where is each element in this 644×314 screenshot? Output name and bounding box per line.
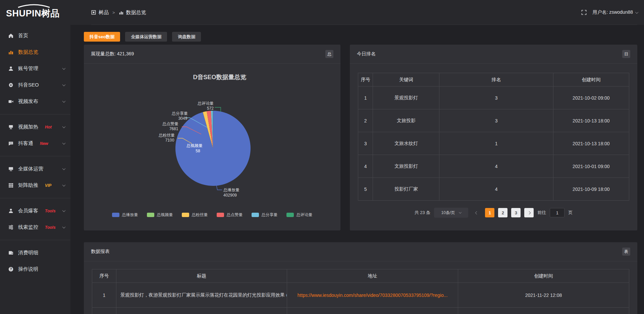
sidebar-item-matrix-boost[interactable]: 矩阵助推 VIP [0, 177, 70, 194]
username-dropdown[interactable]: 用户名: zswodun88 [592, 9, 638, 15]
col-url: 地址 [287, 269, 458, 283]
table-badge-button[interactable]: 表 [622, 248, 630, 256]
page-button-1[interactable]: 1 [485, 208, 494, 217]
sidebar-item-account[interactable]: 账号管理 [0, 60, 70, 77]
chevron-down-icon [62, 66, 66, 70]
cell-created: 2021-10-09 18:00 [553, 178, 629, 201]
grid-icon [8, 182, 14, 188]
sidebar-item-douyin-seo[interactable]: 抖音SEO [0, 77, 70, 93]
col-created: 创建时间 [553, 73, 629, 87]
col-keyword: 关键词 [373, 73, 439, 87]
sidebar-item-video-publish[interactable]: 视频发布 [0, 93, 70, 110]
page-button-3[interactable]: 3 [511, 208, 521, 217]
cell-index: 2 [358, 109, 373, 132]
table-row: 5 投影灯厂家 4 2021-10-09 18:00 [358, 178, 629, 201]
next-page-button[interactable] [524, 208, 534, 217]
cell-title: 景观投影灯，夜游景观投影灯厂家展示展示落花灯在花园里的灯光投影应用效果 # [116, 283, 287, 308]
monitor-icon [8, 166, 14, 172]
pie-label-comments: 总评论量 [197, 101, 214, 106]
sliders-icon [8, 224, 14, 230]
prev-page-button[interactable] [472, 208, 481, 217]
goto-label: 前往 [537, 210, 546, 216]
ranking-card-header: 今日排名 日 [350, 45, 637, 64]
breadcrumb-label: 树品 [99, 9, 109, 16]
chevron-down-icon [62, 209, 66, 212]
sidebar-item-help[interactable]: ? 操作说明 [0, 261, 70, 277]
pagination: 共 23 条 10条/页 1 2 3 前往 1 页 [358, 208, 629, 218]
pie-value-play: 402909 [223, 193, 237, 198]
cell-title [116, 308, 287, 314]
sidebar-item-label: 会员爆客 [18, 208, 38, 214]
legend-chip [252, 213, 259, 217]
pie-label-fans: 总粉丝量 [158, 133, 175, 138]
col-rank: 排名 [439, 73, 553, 87]
sidebar-item-consumption-detail[interactable]: 消费明细 [0, 245, 70, 261]
pie-value-comments: 572 [207, 106, 214, 111]
cell-created: 2021-10-02 09:00 [553, 87, 629, 109]
breadcrumb-item-shupin[interactable]: 树品 [91, 9, 109, 16]
legend-item-play[interactable]: 总播放量 [112, 212, 138, 218]
sidebar-item-douketong[interactable]: 抖客通 New [0, 135, 70, 152]
user-icon [8, 208, 14, 214]
pie[interactable] [175, 111, 251, 186]
cell-url [287, 308, 458, 314]
chevron-down-icon [635, 10, 639, 14]
sidebar-item-media-operation[interactable]: 全媒体运营 [0, 161, 70, 177]
total-badge-button[interactable]: 总 [325, 50, 333, 58]
pie-value-shares: 3049 [178, 116, 187, 121]
chart-legend: 总播放量 总视频量 总粉丝量 总点赞量 [84, 212, 340, 218]
legend-item-video[interactable]: 总视频量 [147, 212, 173, 218]
day-badge-button[interactable]: 日 [622, 50, 630, 58]
legend-item-likes[interactable]: 总点赞量 [217, 212, 243, 218]
bar-chart-icon [119, 10, 124, 15]
tab-inquiry-data[interactable]: 询盘数据 [172, 32, 201, 42]
top-row: 展现量总数: 421,369 总 D音SEO数据量总览 总评论量 57 [84, 45, 637, 230]
cell-keyword: 景观投影灯 [373, 87, 439, 109]
user-icon [8, 66, 14, 71]
cell-rank: 1 [439, 132, 553, 155]
total-count-label: 共 23 条 [415, 210, 431, 216]
goto-page-input[interactable]: 1 [550, 208, 565, 217]
legend-label: 总视频量 [157, 212, 173, 218]
new-badge: New [40, 141, 48, 146]
top-header: SHUPIN树品 树品 > 数据总览 [0, 0, 644, 25]
sidebar-item-data-overview[interactable]: 数据总览 [0, 44, 70, 60]
chat-bubble-icon [8, 141, 14, 146]
cell-rank: 4 [439, 178, 553, 201]
cell-url: https://www.iesdouyin.com/share/video/70… [287, 283, 458, 308]
screen-icon [8, 124, 14, 130]
cell-rank: 3 [439, 109, 553, 132]
page-size-select[interactable]: 10条/页 [434, 208, 468, 218]
header-right: 用户名: zswodun88 [581, 9, 644, 15]
legend-item-fans[interactable]: 总粉丝量 [182, 212, 208, 218]
col-index: 序号 [92, 269, 116, 283]
sidebar-item-clue-monitor[interactable]: 线索监控 Tools [0, 219, 70, 235]
sidebar-item-label: 视频加热 [18, 124, 38, 130]
breadcrumb-item-overview[interactable]: 数据总览 [119, 9, 146, 16]
sidebar-item-label: 线索监控 [18, 224, 38, 230]
sidebar-item-home[interactable]: 首页 [0, 28, 70, 44]
legend-chip [182, 213, 189, 217]
legend-item-comments[interactable]: 总评论量 [286, 212, 313, 218]
tab-douyin-seo-data[interactable]: 抖音seo数据 [84, 32, 120, 42]
impressions-card-header: 展现量总数: 421,369 总 [84, 45, 340, 64]
tools-badge: Tools [45, 209, 56, 213]
main-content: 抖音seo数据 全媒体运营数据 询盘数据 展现量总数: 421,369 总 D音… [70, 25, 644, 314]
chevron-down-icon [62, 183, 66, 187]
bar-chart-icon [8, 49, 14, 55]
video-link[interactable]: https://www.iesdouyin.com/share/video/70… [298, 293, 448, 298]
cell-created: 2021-11-22 12:08 [458, 283, 629, 308]
legend-item-shares[interactable]: 总分享量 [252, 212, 278, 218]
sidebar-item-member-baoke[interactable]: 会员爆客 Tools [0, 203, 70, 219]
cell-index: 1 [92, 283, 116, 308]
sidebar-item-label: 数据总览 [18, 49, 38, 55]
sidebar-item-video-heat[interactable]: 视频加热 Hot [0, 119, 70, 135]
fullscreen-icon[interactable] [581, 9, 587, 15]
report-card-header: 数据报表 表 [84, 242, 637, 261]
question-circle-icon: ? [8, 266, 14, 272]
hot-badge: Hot [45, 125, 52, 129]
cell-keyword: 投影灯厂家 [373, 178, 439, 201]
tab-media-operation-data[interactable]: 全媒体运营数据 [125, 32, 167, 42]
svg-text:?: ? [10, 267, 12, 271]
page-button-2[interactable]: 2 [498, 208, 507, 217]
